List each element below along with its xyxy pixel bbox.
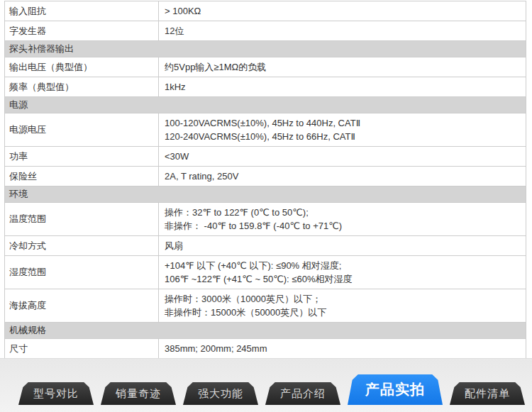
spec-value: 385mm; 200mm; 245mm [159,339,526,358]
table-row: 海拔高度 操作时：3000米（10000英尺）以下； 非操作时：15000米（5… [5,289,526,323]
tab-sales-miracle[interactable]: 销量奇迹 [101,382,176,405]
spec-label: 海拔高度 [5,289,159,322]
table-row: 输出电压（典型值） 约5Vpp输入≥1MΩ的负载 [5,57,526,77]
table-row: 温度范围 操作：32℉ to 122℉ (0℃ to 50℃); 非操作： -4… [5,203,526,236]
spec-value: 约5Vpp输入≥1MΩ的负载 [159,57,526,77]
spec-label: 冷却方式 [5,236,159,255]
section-header: 机械规格 [5,323,526,339]
spec-value: 2A, T rating, 250V [159,167,526,186]
tab-product-photos[interactable]: 产品实拍 [348,374,443,405]
spec-label: 功率 [5,147,159,166]
bottom-tab-bar: 型号对比 销量奇迹 强大功能 产品介绍 产品实拍 配件清单 [0,358,532,412]
spec-value: 1kHz [159,77,526,96]
spec-label: 字发生器 [5,21,159,40]
table-row: 保险丝 2A, T rating, 250V [5,167,526,186]
spec-label: 频率（典型值） [5,77,159,96]
spec-value: > 100KΩ [159,1,526,21]
tab-powerful-features[interactable]: 强大功能 [183,382,258,405]
table-row: 湿度范围 +104℉ 以下 (+40℃ 以下): ≤90% 相对湿度; 106℉… [5,256,526,289]
spec-value: 操作时：3000米（10000英尺）以下； 非操作时：15000米（50000英… [159,289,526,322]
spec-label: 温度范围 [5,203,159,235]
section-header: 电源 [5,97,526,113]
spec-value: +104℉ 以下 (+40℃ 以下): ≤90% 相对湿度; 106℉ ~122… [159,256,526,289]
table-row: 电源电压 100-120VACRMS(±10%), 45Hz to 440Hz,… [5,113,526,147]
tabs-row: 型号对比 销量奇迹 强大功能 产品介绍 产品实拍 配件清单 [18,359,532,405]
section-header: 探头补偿器输出 [5,41,526,57]
table-row: 频率（典型值） 1kHz [5,77,526,97]
table-row: 输入阻抗 > 100KΩ [5,1,526,21]
spec-table: 输入阻抗 > 100KΩ 字发生器 12位 探头补偿器输出 输出电压（典型值） … [4,1,526,379]
spec-label: 湿度范围 [5,256,159,289]
spec-value: 操作：32℉ to 122℉ (0℃ to 50℃); 非操作： -40℉ to… [159,203,526,235]
table-row: 字发生器 12位 [5,21,526,41]
spec-label: 输入阻抗 [5,1,159,21]
tab-model-compare[interactable]: 型号对比 [18,382,94,405]
tab-product-intro[interactable]: 产品介绍 [265,382,340,405]
table-row: 功率 <30W [5,147,526,167]
section-header: 环境 [5,186,526,203]
spec-value: 12位 [159,21,526,40]
spec-label: 电源电压 [5,113,159,146]
table-row: 冷却方式 风扇 [5,236,526,256]
spec-value: 100-120VACRMS(±10%), 45Hz to 440Hz, CATⅡ… [159,113,526,146]
spec-label: 保险丝 [5,167,159,186]
tab-accessory-list[interactable]: 配件清单 [450,382,525,405]
table-row: 尺寸 385mm; 200mm; 245mm [5,339,526,359]
spec-value: 风扇 [159,236,526,255]
spec-value: <30W [159,147,526,166]
spec-label: 尺寸 [5,339,159,358]
spec-label: 输出电压（典型值） [5,57,159,77]
